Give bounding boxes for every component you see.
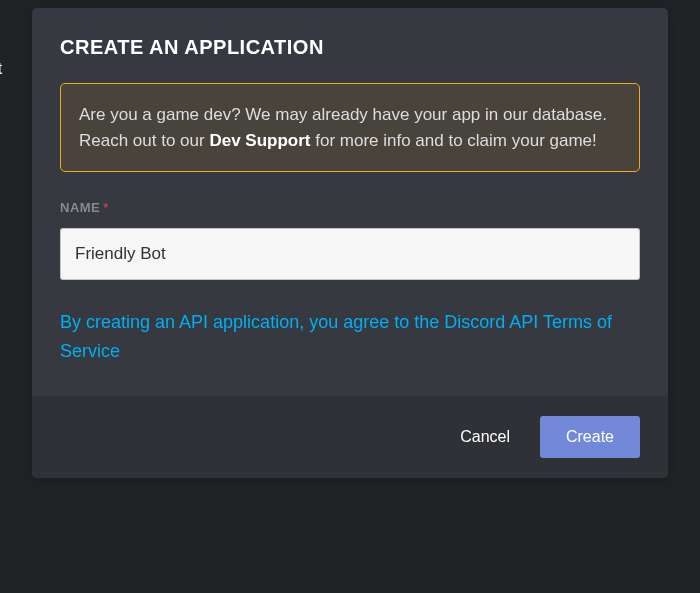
application-name-input[interactable]	[60, 228, 640, 280]
dev-support-link[interactable]: Dev Support	[209, 131, 310, 150]
dev-info-text-after: for more info and to claim your game!	[310, 131, 596, 150]
create-application-modal: CREATE AN APPLICATION Are you a game dev…	[32, 8, 668, 478]
name-field-label: NAME	[60, 200, 100, 215]
dev-info-box: Are you a game dev? We may already have …	[60, 83, 640, 172]
modal-footer: Cancel Create	[32, 396, 668, 478]
cancel-button[interactable]: Cancel	[448, 418, 522, 456]
background-text: eat	[0, 60, 2, 78]
create-button[interactable]: Create	[540, 416, 640, 458]
tos-link[interactable]: By creating an API application, you agre…	[60, 308, 640, 366]
dev-info-text: Are you a game dev? We may already have …	[79, 102, 621, 153]
modal-title: CREATE AN APPLICATION	[60, 36, 640, 59]
modal-body: CREATE AN APPLICATION Are you a game dev…	[32, 8, 668, 396]
required-asterisk: *	[103, 200, 108, 215]
name-label-row: NAME*	[60, 198, 640, 216]
